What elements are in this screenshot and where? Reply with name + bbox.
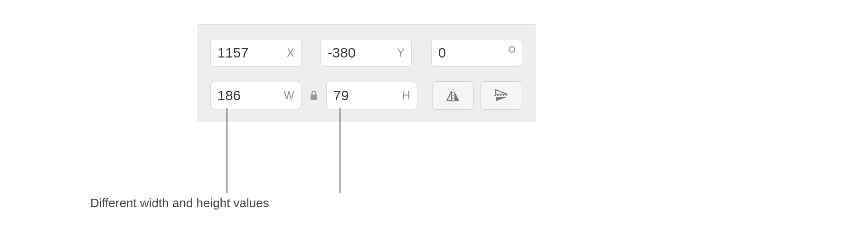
y-label: Y xyxy=(397,47,405,59)
flip-horizontal-button[interactable] xyxy=(432,81,474,110)
transform-panel: 1157 X -380 Y 0 186 W 79 H xyxy=(197,24,536,122)
width-value: 186 xyxy=(217,88,241,104)
rotation-value: 0 xyxy=(438,45,446,61)
degree-icon xyxy=(509,46,515,53)
callout-line-height xyxy=(340,108,340,193)
flip-vertical-icon xyxy=(493,88,510,103)
x-input[interactable]: 1157 X xyxy=(210,39,302,67)
flip-horizontal-icon xyxy=(444,88,462,103)
x-label: X xyxy=(287,47,294,59)
annotation-caption: Different width and height values xyxy=(90,196,269,211)
flip-button-group xyxy=(432,81,522,110)
position-row: 1157 X -380 Y 0 xyxy=(210,39,522,67)
svg-rect-0 xyxy=(311,95,317,100)
width-input[interactable]: 186 W xyxy=(210,82,302,109)
size-row: 186 W 79 H xyxy=(210,82,522,109)
height-label: H xyxy=(402,89,410,102)
aspect-lock[interactable] xyxy=(306,90,321,101)
flip-vertical-button[interactable] xyxy=(481,81,522,110)
rotation-input[interactable]: 0 xyxy=(431,39,522,67)
height-input[interactable]: 79 H xyxy=(326,82,417,109)
width-label: W xyxy=(284,89,294,102)
height-value: 79 xyxy=(333,88,349,104)
y-input[interactable]: -380 Y xyxy=(321,39,412,67)
callout-line-width xyxy=(226,108,227,193)
y-value: -380 xyxy=(328,45,356,61)
lock-icon xyxy=(309,90,319,101)
x-value: 1157 xyxy=(217,45,249,61)
